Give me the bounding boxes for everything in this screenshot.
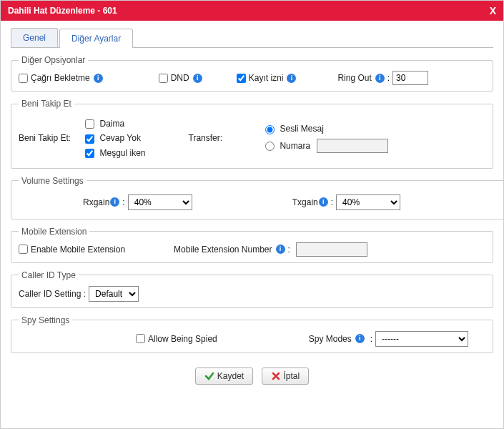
info-icon[interactable]: i bbox=[276, 245, 285, 254]
dnd-label: DND bbox=[171, 73, 189, 83]
enable-mobile-ext-label: Enable Mobile Extension bbox=[31, 245, 125, 255]
txgain-select[interactable]: 40% bbox=[336, 194, 400, 210]
legend-mobile-extension: Mobile Extension bbox=[19, 227, 89, 237]
number-radio[interactable] bbox=[265, 142, 275, 151]
fieldset-volume: Volume Settings Rxgain i : 40% Txgain i … bbox=[11, 176, 504, 220]
spy-modes-label: Spy Modes bbox=[309, 334, 352, 344]
enable-mobile-ext-checkbox[interactable] bbox=[19, 245, 28, 254]
info-icon[interactable]: i bbox=[287, 74, 296, 83]
colon: : bbox=[288, 245, 290, 255]
call-waiting-checkbox[interactable] bbox=[19, 74, 28, 83]
fieldset-follow-me: Beni Takip Et Beni Takip Et: Daima Cevap… bbox=[11, 99, 493, 169]
rxgain-label: Rxgain bbox=[83, 197, 109, 207]
tab-other-settings[interactable]: Diğer Ayarlar bbox=[59, 29, 133, 48]
colon: : bbox=[387, 73, 390, 83]
txgain-label: Txgain bbox=[292, 197, 318, 207]
ring-out-input[interactable] bbox=[392, 71, 428, 85]
legend-volume: Volume Settings bbox=[19, 176, 87, 186]
always-checkbox[interactable] bbox=[85, 119, 94, 129]
allow-spied-checkbox[interactable] bbox=[136, 334, 145, 343]
footer-buttons: Kaydet İptal bbox=[11, 360, 493, 392]
fieldset-other-options: Diğer Opsiyonlar Çağrı Bekletme i DND i … bbox=[11, 55, 493, 92]
rxgain-select[interactable]: 40% bbox=[128, 194, 192, 210]
caller-id-select[interactable]: Default bbox=[89, 286, 139, 302]
follow-me-label: Beni Takip Et: bbox=[19, 133, 71, 143]
info-icon[interactable]: i bbox=[319, 197, 328, 207]
colon: : bbox=[122, 197, 124, 207]
colon: : bbox=[331, 197, 333, 207]
voicemail-radio[interactable] bbox=[265, 125, 275, 134]
transfer-number-input[interactable] bbox=[317, 139, 388, 153]
allow-spied-label: Allow Being Spied bbox=[148, 334, 217, 344]
record-permission-label: Kayıt izni bbox=[249, 73, 284, 83]
window-title: Dahili Hat Düzenleme - 601 bbox=[8, 6, 117, 16]
spy-modes-select[interactable]: ------ bbox=[375, 331, 468, 347]
content-area: Genel Diğer Ayarlar Diğer Opsiyonlar Çağ… bbox=[1, 21, 503, 399]
mobile-ext-number-input[interactable] bbox=[296, 242, 367, 257]
info-icon[interactable]: i bbox=[193, 74, 202, 83]
legend-caller-id: Caller ID Type bbox=[19, 270, 79, 280]
always-label: Daima bbox=[100, 119, 125, 129]
fieldset-caller-id: Caller ID Type Caller ID Setting : Defau… bbox=[11, 270, 493, 308]
check-icon bbox=[204, 371, 214, 381]
voicemail-label: Sesli Mesaj bbox=[280, 124, 323, 134]
no-answer-label: Cevap Yok bbox=[100, 133, 141, 143]
save-label: Kaydet bbox=[217, 371, 244, 381]
ring-out-label: Ring Out bbox=[337, 73, 371, 83]
tab-bar: Genel Diğer Ayarlar bbox=[11, 28, 493, 48]
close-icon bbox=[271, 371, 281, 381]
info-icon[interactable]: i bbox=[375, 74, 385, 83]
legend-other-options: Diğer Opsiyonlar bbox=[19, 55, 88, 65]
titlebar: Dahili Hat Düzenleme - 601 X bbox=[1, 1, 503, 21]
call-waiting-label: Çağrı Bekletme bbox=[31, 73, 90, 83]
busy-checkbox[interactable] bbox=[85, 149, 94, 158]
close-button[interactable]: X bbox=[490, 5, 496, 16]
no-answer-checkbox[interactable] bbox=[85, 134, 94, 144]
info-icon[interactable]: i bbox=[355, 334, 365, 343]
cancel-button[interactable]: İptal bbox=[262, 368, 310, 385]
fieldset-spy: Spy Settings Allow Being Spied Spy Modes… bbox=[11, 315, 493, 353]
number-label: Numara bbox=[280, 141, 310, 151]
fieldset-mobile-extension: Mobile Extension Enable Mobile Extension… bbox=[11, 227, 493, 263]
transfer-label: Transfer: bbox=[189, 133, 223, 143]
record-permission-checkbox[interactable] bbox=[237, 74, 246, 83]
tab-general[interactable]: Genel bbox=[11, 28, 58, 47]
info-icon[interactable]: i bbox=[94, 74, 103, 83]
dnd-checkbox[interactable] bbox=[159, 74, 168, 83]
caller-id-setting-label: Caller ID Setting : bbox=[19, 289, 86, 299]
busy-label: Meşgul iken bbox=[100, 148, 146, 158]
mobile-ext-number-label: Mobile Extension Number bbox=[174, 245, 272, 255]
legend-follow-me: Beni Takip Et bbox=[19, 99, 74, 109]
dialog-window: Dahili Hat Düzenleme - 601 X Genel Diğer… bbox=[0, 0, 504, 429]
cancel-label: İptal bbox=[284, 371, 300, 381]
info-icon[interactable]: i bbox=[110, 197, 119, 207]
legend-spy: Spy Settings bbox=[19, 315, 72, 325]
save-button[interactable]: Kaydet bbox=[195, 368, 253, 385]
colon: : bbox=[370, 334, 372, 344]
